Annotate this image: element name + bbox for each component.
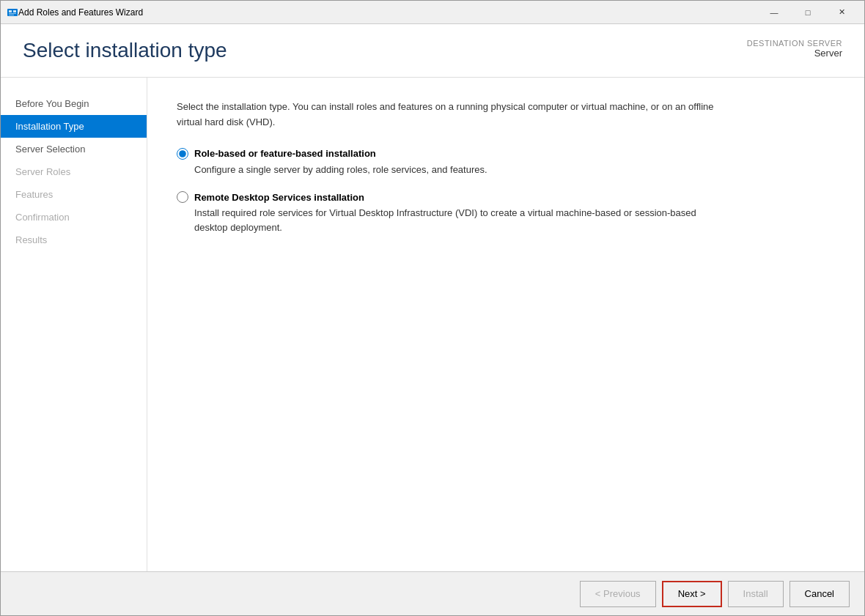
radio-role-based[interactable] <box>177 148 188 160</box>
radio-remote-desktop[interactable] <box>177 191 188 203</box>
svg-rect-1 <box>9 10 12 12</box>
window-controls: — □ ✕ <box>757 1 858 24</box>
sidebar-item-results: Results <box>1 229 147 251</box>
destination-server: DESTINATION SERVER Server <box>747 39 842 59</box>
sidebar-item-confirmation: Confirmation <box>1 206 147 229</box>
wizard-footer: < Previous Next > Install Cancel <box>1 571 864 615</box>
option-label-role-based: Role-based or feature-based installation <box>194 148 376 159</box>
install-button[interactable]: Install <box>728 581 784 607</box>
minimize-button[interactable]: — <box>757 1 791 24</box>
svg-rect-4 <box>9 15 14 15</box>
option-label-remote-desktop: Remote Desktop Services installation <box>194 192 364 203</box>
close-button[interactable]: ✕ <box>825 1 858 24</box>
svg-rect-2 <box>13 10 16 12</box>
wizard-sidebar: Before You BeginInstallation TypeServer … <box>1 78 147 571</box>
option-remote-desktop: Remote Desktop Services installationInst… <box>177 191 835 234</box>
sidebar-item-server-selection[interactable]: Server Selection <box>1 138 147 160</box>
window-title: Add Roles and Features Wizard <box>18 7 757 18</box>
sidebar-item-features: Features <box>1 183 147 206</box>
main-area: Before You BeginInstallation TypeServer … <box>1 78 864 571</box>
maximize-button[interactable]: □ <box>791 1 825 24</box>
option-header-remote-desktop: Remote Desktop Services installation <box>177 191 835 203</box>
next-button[interactable]: Next > <box>662 581 722 607</box>
sidebar-item-installation-type[interactable]: Installation Type <box>1 115 147 138</box>
wizard-window: Add Roles and Features Wizard — □ ✕ Sele… <box>0 0 865 616</box>
titlebar: Add Roles and Features Wizard — □ ✕ <box>1 1 864 24</box>
previous-button[interactable]: < Previous <box>580 581 656 607</box>
wizard-header: Select installation type DESTINATION SER… <box>1 24 864 78</box>
option-desc-role-based: Configure a single server by adding role… <box>194 163 707 177</box>
cancel-button[interactable]: Cancel <box>789 581 850 607</box>
wizard-content: Select the installation type. You can in… <box>147 78 864 571</box>
option-role-based: Role-based or feature-based installation… <box>177 148 835 177</box>
destination-label: DESTINATION SERVER <box>747 39 842 48</box>
option-header-role-based: Role-based or feature-based installation <box>177 148 835 160</box>
svg-rect-3 <box>9 13 16 14</box>
sidebar-item-before-you-begin[interactable]: Before You Begin <box>1 92 147 115</box>
content-description: Select the installation type. You can in… <box>177 100 726 130</box>
app-icon <box>7 7 18 18</box>
installation-options: Role-based or feature-based installation… <box>177 148 835 235</box>
sidebar-item-server-roles: Server Roles <box>1 160 147 183</box>
destination-value: Server <box>747 48 842 59</box>
page-title: Select installation type <box>23 39 227 62</box>
option-desc-remote-desktop: Install required role services for Virtu… <box>194 206 707 234</box>
